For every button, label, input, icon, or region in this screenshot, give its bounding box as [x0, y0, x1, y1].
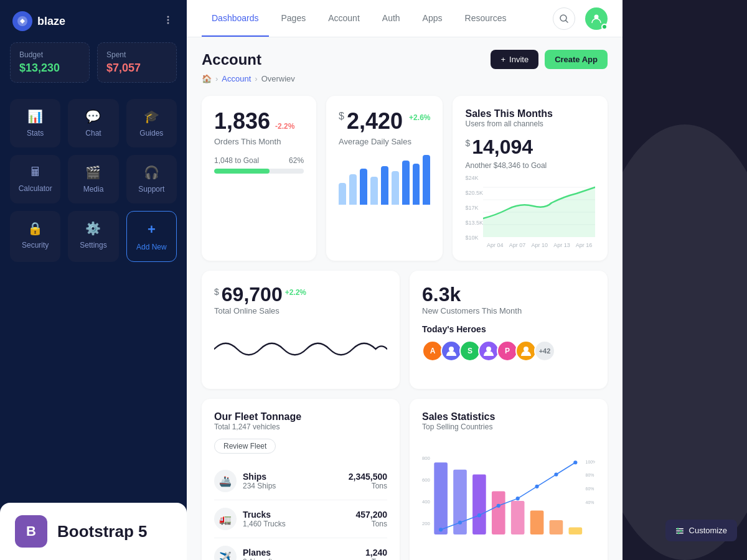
- svg-rect-23: [530, 510, 544, 534]
- sidebar-item-settings[interactable]: ⚙️ Settings: [68, 211, 118, 262]
- svg-point-28: [477, 513, 481, 517]
- daily-label: Average Daily Sales: [339, 137, 430, 146]
- menu-icon[interactable]: [162, 14, 174, 29]
- planes-count: 8 Aircrafts: [243, 558, 365, 560]
- search-button[interactable]: [553, 7, 575, 30]
- invite-button[interactable]: + Invite: [491, 50, 538, 69]
- tab-account[interactable]: Account: [318, 0, 370, 37]
- customers-card: 6.3k New Customers This Month Today's He…: [410, 271, 608, 389]
- fleet-row-trucks: 🚛 Trucks 1,460 Trucks 457,200 Tons: [214, 500, 387, 538]
- svg-text:60%: 60%: [586, 487, 594, 491]
- sidebar-item-security[interactable]: 🔒 Security: [10, 211, 60, 262]
- online-dot: [601, 24, 608, 30]
- y-label-5: $10K: [465, 235, 483, 241]
- sales-stat-chart: 800 600 400 200: [422, 439, 595, 560]
- hero-avatar-p: P: [497, 340, 518, 362]
- svg-rect-20: [472, 475, 486, 535]
- hero-avatar-s: S: [459, 340, 481, 362]
- tab-pages[interactable]: Pages: [271, 0, 316, 37]
- svg-text:40%: 40%: [586, 500, 594, 505]
- app-name: blaze: [37, 15, 65, 28]
- user-avatar[interactable]: [585, 7, 608, 30]
- ships-num: 2,345,500: [349, 472, 387, 482]
- sidebar-item-calculator[interactable]: 🖩 Calculator: [10, 155, 60, 203]
- bootstrap-icon: B: [15, 515, 47, 548]
- bar-3: [360, 169, 367, 205]
- sidebar-item-stats[interactable]: 📊 Stats: [10, 99, 60, 147]
- invite-label: Invite: [509, 55, 529, 64]
- right-panel: Customize: [622, 0, 747, 560]
- bar-chart: [339, 155, 430, 205]
- online-main: $ 69,700 +2.2%: [214, 283, 387, 306]
- bar-4: [370, 177, 378, 205]
- ships-icon: 🚢: [214, 470, 237, 492]
- svg-point-12: [486, 347, 491, 352]
- y-label-3: $17K: [465, 205, 483, 211]
- guides-icon: 🎓: [144, 109, 159, 124]
- online-sales-card: $ 69,700 +2.2% Total Online Sales: [202, 271, 400, 389]
- daily-value: 2,420: [347, 108, 403, 134]
- sales-big-num: $ 14,094: [465, 136, 595, 159]
- wavy-chart: [214, 324, 387, 374]
- security-label: Security: [22, 241, 49, 250]
- bg-shape: [622, 124, 747, 560]
- ships-name: Ships: [243, 472, 349, 482]
- sidebar-item-media[interactable]: 🎬 Media: [68, 155, 118, 203]
- svg-rect-21: [492, 492, 505, 535]
- invite-plus-icon: +: [500, 55, 505, 64]
- orders-card: 1,836 -2.2% Orders This Month 1,048 to G…: [202, 96, 316, 261]
- line-chart-area: $24K $20.5K $17K $13.5K $10K: [465, 175, 595, 248]
- bar-2: [349, 174, 357, 205]
- tab-dashboards[interactable]: Dashboards: [202, 0, 269, 37]
- y-label-2: $20.5K: [465, 190, 483, 196]
- planes-amount: 1,240 Tons: [365, 548, 387, 560]
- progress-label: 1,048 to Goal 62%: [214, 156, 304, 165]
- sidebar-item-guides[interactable]: 🎓 Guides: [126, 99, 177, 147]
- tab-apps[interactable]: Apps: [413, 0, 453, 37]
- svg-point-27: [458, 521, 462, 525]
- svg-point-29: [497, 504, 500, 508]
- sidebar: blaze Budget $13,230 Spent $7,057 📊 Stat…: [0, 0, 187, 560]
- chat-icon: 💬: [85, 109, 101, 124]
- sales-stat-title: Sales Statistics: [422, 411, 595, 422]
- breadcrumb-sep2: ›: [255, 74, 257, 83]
- create-app-button[interactable]: Create App: [545, 50, 608, 69]
- sales-dollar: $: [465, 138, 470, 148]
- svg-point-11: [449, 347, 454, 352]
- page-actions: + Invite Create App: [491, 50, 608, 69]
- progress-bar-bg: [214, 169, 304, 174]
- chat-label: Chat: [85, 129, 101, 138]
- daily-dollar: $: [339, 111, 344, 122]
- orders-change: -2.2%: [275, 122, 294, 131]
- svg-rect-18: [434, 462, 448, 534]
- online-value: 69,700: [222, 283, 283, 306]
- support-icon: 🎧: [144, 165, 159, 180]
- spent-label: Spent: [106, 50, 167, 59]
- hero-count: +42: [534, 340, 555, 362]
- heroes-label: Today's Heroes: [422, 324, 595, 334]
- review-fleet-button[interactable]: Review Fleet: [214, 439, 276, 454]
- daily-header: $ 2,420 +2.6%: [339, 108, 430, 134]
- bootstrap-text: Bootstrap 5: [57, 522, 147, 541]
- bar-6: [392, 171, 399, 205]
- svg-text:800: 800: [422, 455, 430, 461]
- tab-resources[interactable]: Resources: [455, 0, 517, 37]
- topnav-right: [553, 7, 608, 30]
- hero-person3-icon: [520, 345, 532, 357]
- breadcrumb-account[interactable]: Account: [222, 74, 251, 83]
- tab-auth[interactable]: Auth: [372, 0, 410, 37]
- x-labels: Apr 04 Apr 07 Apr 10 Apr 13 Apr 16: [465, 242, 595, 248]
- sidebar-item-chat[interactable]: 💬 Chat: [68, 99, 118, 147]
- svg-point-33: [573, 460, 577, 464]
- trucks-count: 1,460 Trucks: [243, 520, 355, 528]
- sidebar-item-support[interactable]: 🎧 Support: [126, 155, 177, 203]
- stats-label: Stats: [27, 129, 44, 138]
- planes-num: 1,240: [365, 548, 387, 558]
- svg-point-3: [167, 22, 169, 24]
- budget-row: Budget $13,230 Spent $7,057: [0, 42, 187, 93]
- settings-label: Settings: [80, 241, 106, 250]
- customize-button[interactable]: Customize: [665, 520, 737, 541]
- customers-label: New Customers This Month: [422, 306, 595, 315]
- sidebar-item-add-new[interactable]: + Add New: [126, 211, 177, 262]
- x-label-5: Apr 16: [576, 242, 593, 248]
